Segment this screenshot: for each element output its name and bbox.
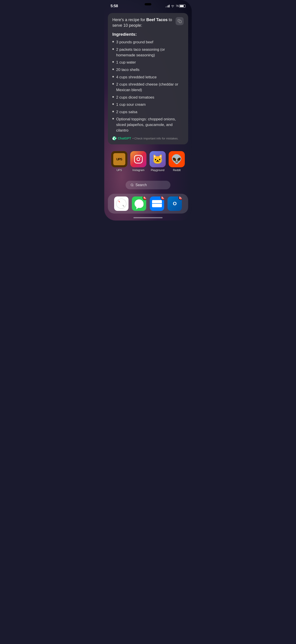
ingredients-heading: Ingredients: — [112, 32, 184, 37]
ingredient-text: 2 packets taco seasoning (or homemade se… — [116, 47, 184, 58]
svg-rect-0 — [179, 21, 181, 23]
battery-text: 76 — [176, 4, 179, 8]
mail-dock-icon: 33 — [150, 196, 164, 211]
search-label: Search — [136, 183, 147, 187]
app-item-ups[interactable]: UPS UPS — [111, 151, 127, 172]
app-item-playground[interactable]: 🐱 Playground — [149, 151, 166, 172]
status-icons: 76 — [165, 4, 185, 8]
ingredient-item: 3 pounds ground beef — [112, 40, 184, 45]
ups-label: UPS — [116, 169, 122, 172]
reddit-alien-emoji: 👽 — [171, 155, 182, 164]
chatgpt-footer: ChatGPT • Check important info for mista… — [112, 136, 184, 140]
messages-tail — [136, 207, 139, 209]
ups-text: UPS — [116, 158, 122, 161]
ingredient-text: 3 pounds ground beef — [116, 40, 153, 45]
wifi-icon — [171, 5, 174, 8]
ingredient-item: 20 taco shells — [112, 67, 184, 73]
bullet-dot — [112, 68, 114, 70]
bullet-dot — [112, 118, 114, 120]
chatgpt-card: Here's a recipe for Beef Tacos to serve … — [108, 13, 188, 144]
ingredient-text: 4 cups shredded lettuce — [116, 74, 157, 80]
chatgpt-logo-icon — [112, 136, 116, 140]
bullet-dot — [112, 96, 114, 98]
ingredient-text: Optional toppings: chopped onions, slice… — [116, 116, 184, 133]
app-row: UPS UPS Instagram 🐱 — [104, 147, 192, 174]
safari-dock-icon — [114, 196, 129, 211]
bullet-dot — [112, 41, 114, 42]
phone-screen: 5:58 76 Here' — [104, 0, 192, 220]
signal-bar-1 — [165, 6, 166, 8]
bullet-dot — [112, 61, 114, 63]
safari-needle-gray — [121, 204, 124, 207]
ingredient-item: 1 cup water — [112, 60, 184, 65]
dock-item-messages[interactable]: 43 — [132, 196, 146, 211]
ingredient-item: Optional toppings: chopped onions, slice… — [112, 116, 184, 133]
instagram-lens — [137, 158, 140, 161]
ingredient-item: 4 cups shredded lettuce — [112, 74, 184, 80]
instagram-dot — [140, 156, 141, 158]
dock-item-mail[interactable]: 33 — [150, 196, 164, 211]
battery-icon: 76 — [176, 4, 185, 8]
bullet-dot — [112, 76, 114, 78]
mail-flap — [152, 200, 162, 204]
ingredient-item: 2 cups shredded cheese (cheddar or Mexic… — [112, 82, 184, 93]
copy-button[interactable] — [176, 17, 184, 25]
ups-app-icon: UPS — [111, 151, 127, 167]
bullet-dot — [112, 83, 114, 85]
playground-app-icon: 🐱 — [149, 151, 166, 167]
mail-envelope — [152, 200, 162, 207]
outlook-letter: O — [173, 201, 177, 206]
search-icon — [131, 184, 134, 186]
chatgpt-disclaimer: • Check important info for mistakes. — [133, 137, 178, 140]
safari-needle-red — [118, 201, 121, 204]
app-item-reddit[interactable]: 👽 Reddit — [169, 151, 185, 172]
ingredient-text: 2 cups diced tomatoes — [116, 95, 154, 100]
signal-bar-4 — [169, 5, 169, 8]
bullet-dot — [112, 111, 114, 112]
search-bar-container: Search — [104, 174, 192, 194]
ingredients-list: 3 pounds ground beef2 packets taco seaso… — [112, 40, 184, 133]
ingredient-text: 20 taco shells — [116, 67, 140, 73]
outlook-dock-icon: O 28 — [167, 196, 182, 211]
signal-icon — [165, 5, 169, 8]
card-header: Here's a recipe for Beef Tacos to serve … — [112, 17, 184, 28]
dock-item-outlook[interactable]: O 28 — [167, 196, 182, 211]
playground-cat-emoji: 🐱 — [152, 155, 163, 164]
signal-bar-2 — [167, 6, 167, 8]
ingredient-item: 2 cups salsa — [112, 109, 184, 115]
messages-bubble — [135, 200, 144, 208]
status-bar: 5:58 76 — [104, 0, 192, 11]
chatgpt-brand: ChatGPT — [118, 136, 131, 140]
bullet-dot — [112, 48, 114, 50]
dock-item-safari[interactable] — [114, 196, 129, 211]
status-time: 5:58 — [111, 4, 118, 8]
ingredient-text: 1 cup water — [116, 60, 136, 65]
bullet-dot — [112, 103, 114, 105]
instagram-app-icon — [130, 151, 147, 167]
reddit-label: Reddit — [173, 169, 181, 172]
search-bar[interactable]: Search — [126, 181, 170, 189]
app-item-instagram[interactable]: Instagram — [130, 151, 147, 172]
dynamic-island — [145, 3, 151, 6]
ingredient-text: 2 cups salsa — [116, 109, 138, 115]
copy-icon — [178, 19, 182, 23]
home-indicator — [134, 217, 162, 218]
safari-compass — [116, 198, 127, 209]
messages-dock-icon: 43 — [132, 196, 146, 211]
ingredient-item: 2 packets taco seasoning (or homemade se… — [112, 47, 184, 58]
dock: 43 33 O 28 — [108, 194, 188, 214]
svg-point-1 — [131, 184, 133, 186]
card-intro: Here's a recipe for Beef Tacos to serve … — [112, 17, 173, 28]
ingredient-item: 1 cup sour cream — [112, 102, 184, 108]
playground-label: Playground — [151, 169, 164, 172]
ingredient-text: 2 cups shredded cheese (cheddar or Mexic… — [116, 82, 184, 93]
ingredient-text: 1 cup sour cream — [116, 102, 146, 108]
instagram-label: Instagram — [133, 169, 145, 172]
recipe-title: Beef Tacos — [147, 18, 168, 22]
ingredient-item: 2 cups diced tomatoes — [112, 95, 184, 100]
signal-bar-3 — [168, 6, 168, 8]
reddit-app-icon: 👽 — [169, 151, 185, 167]
